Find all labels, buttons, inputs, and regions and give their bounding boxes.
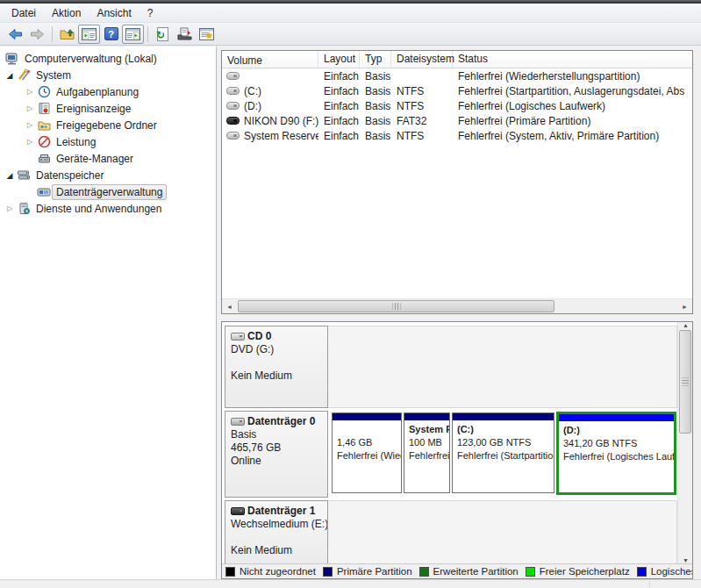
cd0-row[interactable]: CD 0 DVD (G:) Kein Medium <box>225 326 677 408</box>
vertical-scroll-track[interactable] <box>678 328 692 557</box>
tree-item-leistung[interactable]: ▷ Leistung <box>0 133 216 150</box>
tree-item-ereignisanzeige[interactable]: ▷ Ereignisanzeige <box>0 100 216 117</box>
unallocated-color-swatch <box>225 567 235 577</box>
tree-item-system[interactable]: ◢ System <box>0 67 216 83</box>
scroll-left-arrow[interactable]: ◄ <box>222 299 237 313</box>
partition-status: Fehlerfrei (System, Aktiv, Primäre Parti… <box>409 449 447 463</box>
computer-icon <box>4 52 20 66</box>
scroll-down-arrow[interactable]: ▼ <box>678 557 692 563</box>
menu-hilfe[interactable]: ? <box>139 4 161 22</box>
collapse-expander-icon[interactable]: ◢ <box>4 71 16 80</box>
expand-expander-icon[interactable]: ▷ <box>24 121 36 129</box>
scroll-grip <box>392 303 400 310</box>
horizontal-scrollbar[interactable]: ◄ ► <box>222 298 692 313</box>
export-list-button[interactable] <box>174 25 196 44</box>
volume-icon <box>226 87 240 95</box>
column-header-layout[interactable]: Layout <box>318 51 360 68</box>
volume-typ: Basis <box>360 70 391 82</box>
volume-row-c[interactable]: (C:) Einfach Basis NTFS Fehlerfrei (Star… <box>222 83 692 98</box>
cd0-media-area[interactable] <box>328 326 677 408</box>
disk0-row[interactable]: Datenträger 0 Basis 465,76 GB Online 1,4… <box>225 411 677 498</box>
disk0-label-box[interactable]: Datenträger 0 Basis 465,76 GB Online <box>225 411 328 498</box>
partition-system-reserved[interactable]: System Reserved 100 MB Fehlerfrei (Syste… <box>404 412 450 493</box>
partition-recovery[interactable]: 1,46 GB Fehlerfrei (Wiederherstellungspa… <box>332 412 402 493</box>
tree-root-label: Computerverwaltung (Lokal) <box>20 51 161 67</box>
column-header-typ[interactable]: Typ <box>360 51 391 68</box>
show-action-pane-button[interactable] <box>122 25 144 44</box>
expand-expander-icon[interactable]: ▷ <box>4 204 16 212</box>
volume-name: (D:) <box>244 100 261 112</box>
partition-status: Fehlerfrei (Wiederherstellungspartition) <box>337 449 399 463</box>
toolbar-separator <box>147 26 148 42</box>
column-header-volume[interactable]: Volume <box>222 51 318 68</box>
disk-management-icon <box>36 185 52 199</box>
primary-partition-band <box>333 413 401 420</box>
hard-disk-icon <box>231 418 245 426</box>
volume-list-panel: Volume Layout Typ Dateisystem Status Ein… <box>221 50 693 314</box>
disk1-row[interactable]: Datenträger 1 Wechselmedium (E:) Kein Me… <box>225 500 677 563</box>
tree-item-dienste-und-anwendungen[interactable]: ▷ Dienste und Anwendungen <box>0 200 216 217</box>
show-console-tree-button[interactable] <box>78 25 100 44</box>
column-header-status[interactable]: Status <box>453 51 692 68</box>
menu-ansicht[interactable]: Ansicht <box>89 4 139 22</box>
scroll-right-arrow[interactable]: ► <box>677 299 692 313</box>
volume-row-recovery[interactable]: Einfach Basis Fehlerfrei (Wiederherstell… <box>222 68 692 83</box>
scroll-up-arrow[interactable]: ▲ <box>678 322 692 328</box>
primary-partition-band <box>453 413 554 420</box>
column-header-dateisystem[interactable]: Dateisystem <box>391 51 453 68</box>
refresh-button[interactable]: ↻ <box>152 25 174 44</box>
expand-expander-icon[interactable]: ▷ <box>24 104 36 112</box>
back-arrow-icon <box>8 28 23 40</box>
disk0-name: Datenträger 0 <box>247 415 315 428</box>
volume-row-d[interactable]: (D:) Einfach Basis NTFS Fehlerfrei (Logi… <box>222 98 692 113</box>
tree-item-freigegebene-ordner[interactable]: ▷ Freigegebene Ordner <box>0 117 216 133</box>
back-button[interactable] <box>4 25 26 44</box>
partition-d-logical-extended[interactable]: (D:) 341,20 GB NTFS Fehlerfrei (Logische… <box>556 412 676 495</box>
services-icon <box>16 202 32 216</box>
volume-fs: NTFS <box>391 85 453 97</box>
help-window-icon: ★ <box>199 28 214 40</box>
volume-row-system-reserved[interactable]: System Reserved Einfach Basis NTFS Fehle… <box>222 128 692 143</box>
volume-row-nikon-d90[interactable]: NIKON D90 (F:) Einfach Basis FAT32 Fehle… <box>222 113 692 128</box>
disk1-media-area[interactable] <box>328 500 677 563</box>
cd0-drive-letter: DVD (G:) <box>231 343 327 356</box>
vertical-scroll-thumb[interactable] <box>679 330 691 434</box>
volume-typ: Basis <box>360 100 391 112</box>
scroll-grip <box>682 378 689 386</box>
up-one-level-button[interactable] <box>56 25 78 44</box>
tree-item-label: Ereignisanzeige <box>52 101 135 117</box>
partition-c[interactable]: (C:) 123,00 GB NTFS Fehlerfrei (Startpar… <box>452 412 554 493</box>
volume-status: Fehlerfrei (Startpartition, Auslagerungs… <box>453 85 692 97</box>
collapse-expander-icon[interactable]: ◢ <box>4 171 16 180</box>
forward-button[interactable] <box>26 25 48 44</box>
tree-item-datentraegerverwaltung[interactable]: Datenträgerverwaltung <box>0 183 216 200</box>
expand-expander-icon[interactable]: ▷ <box>24 138 36 146</box>
volume-name: NIKON D90 (F:) <box>244 115 318 127</box>
horizontal-scroll-track[interactable] <box>237 299 677 313</box>
horizontal-scroll-thumb[interactable] <box>238 300 554 312</box>
tree-item-geraete-manager[interactable]: Geräte-Manager <box>0 150 216 167</box>
volume-fs: FAT32 <box>391 115 453 127</box>
toolbar-separator <box>52 26 53 42</box>
disk1-status: Kein Medium <box>231 544 327 557</box>
menu-datei[interactable]: Datei <box>4 4 44 22</box>
tree-item-aufgabenplanung[interactable]: ▷ Aufgabenplanung <box>0 83 216 100</box>
disk0-size: 465,76 GB <box>231 441 327 455</box>
removable-volume-icon <box>226 117 240 125</box>
volume-name: System Reserved <box>244 130 318 142</box>
logical-drive-band <box>559 414 674 421</box>
volume-typ: Basis <box>360 115 391 127</box>
menu-bar: Datei Aktion Ansicht ? <box>0 4 701 23</box>
vertical-scrollbar[interactable]: ▲ ▼ <box>677 322 692 563</box>
help-topics-button[interactable]: ? <box>100 25 122 44</box>
tree-item-label: Datenspeicher <box>32 168 108 183</box>
tree-root-computerverwaltung[interactable]: Computerverwaltung (Lokal) <box>0 50 216 67</box>
volume-status: Fehlerfrei (Primäre Partition) <box>453 115 692 127</box>
menu-aktion[interactable]: Aktion <box>44 4 89 22</box>
help-button[interactable]: ★ <box>196 25 218 44</box>
expand-expander-icon[interactable]: ▷ <box>24 88 36 96</box>
tree-item-label: Dienste und Anwendungen <box>32 201 166 217</box>
tree-item-datenspeicher[interactable]: ◢ Datenspeicher <box>0 167 216 183</box>
disk1-label-box[interactable]: Datenträger 1 Wechselmedium (E:) Kein Me… <box>225 500 328 563</box>
cd0-label-box[interactable]: CD 0 DVD (G:) Kein Medium <box>225 326 328 408</box>
